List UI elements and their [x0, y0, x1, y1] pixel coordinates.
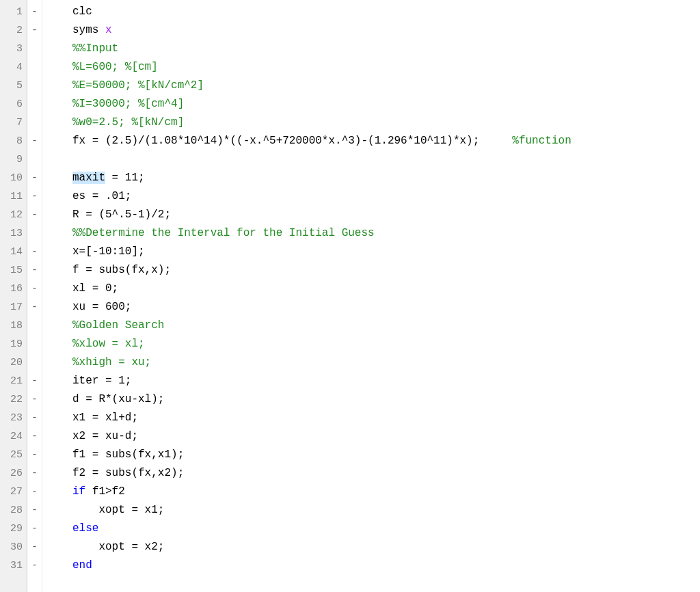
code-line[interactable]: xu = 600;: [72, 298, 700, 317]
code-line[interactable]: f = subs(fx,x);: [72, 261, 700, 280]
breakpoint-marker[interactable]: -: [27, 298, 42, 317]
fold-cell: [42, 3, 63, 21]
code-token: f1>f2: [85, 485, 125, 498]
fold-cell: [42, 501, 63, 520]
code-line[interactable]: x1 = xl+d;: [72, 409, 700, 427]
breakpoint-marker[interactable]: -: [27, 446, 42, 464]
breakpoint-marker[interactable]: [27, 113, 42, 132]
breakpoint-marker[interactable]: [27, 40, 42, 58]
code-line[interactable]: xopt = x2;: [72, 538, 700, 556]
line-number: 24: [0, 427, 27, 446]
line-number: 1: [0, 3, 27, 21]
code-line[interactable]: f1 = subs(fx,x1);: [72, 446, 700, 464]
breakpoint-marker[interactable]: -: [27, 206, 42, 224]
breakpoint-marker[interactable]: [27, 58, 42, 77]
code-line[interactable]: x=[-10:10];: [72, 243, 700, 261]
fold-cell: [42, 409, 63, 427]
code-line[interactable]: iter = 1;: [72, 372, 700, 390]
breakpoint-marker[interactable]: -: [27, 132, 42, 150]
code-line[interactable]: %%Input: [72, 40, 700, 58]
breakpoint-marker[interactable]: -: [27, 280, 42, 298]
breakpoint-marker[interactable]: -: [27, 409, 42, 427]
fold-cell: [42, 206, 63, 224]
fold-cell: [42, 372, 63, 390]
fold-cell: [42, 464, 63, 483]
code-token: %w0=2.5; %[kN/cm]: [72, 116, 184, 129]
code-token: fx = (2.5)/(1.08*10^14)*((-x.^5+720000*x…: [72, 135, 512, 147]
code-line[interactable]: [72, 150, 700, 169]
code-token: xu = 600;: [72, 301, 131, 313]
code-token: %L=600; %[cm]: [72, 61, 158, 73]
code-line[interactable]: d = R*(xu-xl);: [72, 390, 700, 409]
code-line[interactable]: maxit = 11;: [72, 169, 700, 187]
breakpoint-marker[interactable]: [27, 150, 42, 169]
breakpoint-marker[interactable]: -: [27, 3, 42, 21]
line-number: 29: [0, 520, 27, 538]
line-number: 17: [0, 298, 27, 317]
fold-cell: [42, 556, 63, 575]
fold-cell: [42, 298, 63, 317]
breakpoint-marker[interactable]: -: [27, 538, 42, 556]
code-line[interactable]: syms x: [72, 21, 700, 40]
code-editor-area[interactable]: clcsyms x%%Input%L=600; %[cm]%E=50000; %…: [63, 0, 700, 592]
breakpoint-marker[interactable]: -: [27, 261, 42, 280]
code-line[interactable]: if f1>f2: [72, 483, 700, 501]
line-number: 2: [0, 21, 27, 40]
line-number: 9: [0, 150, 27, 169]
code-line[interactable]: x2 = xu-d;: [72, 427, 700, 446]
code-line[interactable]: f2 = subs(fx,x2);: [72, 464, 700, 483]
breakpoint-marker[interactable]: [27, 95, 42, 113]
fold-cell: [42, 335, 63, 353]
code-line[interactable]: R = (5^.5-1)/2;: [72, 206, 700, 224]
breakpoint-marker[interactable]: -: [27, 21, 42, 40]
line-number: 3: [0, 40, 27, 58]
breakpoint-marker[interactable]: -: [27, 483, 42, 501]
breakpoint-marker[interactable]: [27, 317, 42, 335]
line-number: 16: [0, 280, 27, 298]
line-number: 7: [0, 113, 27, 132]
breakpoint-marker[interactable]: -: [27, 427, 42, 446]
breakpoint-column: ---------------------: [27, 0, 42, 592]
code-line[interactable]: end: [72, 556, 700, 575]
breakpoint-marker[interactable]: -: [27, 243, 42, 261]
code-line[interactable]: %w0=2.5; %[kN/cm]: [72, 113, 700, 132]
breakpoint-marker[interactable]: -: [27, 464, 42, 483]
code-line[interactable]: clc: [72, 3, 700, 21]
code-line[interactable]: %xhigh = xu;: [72, 353, 700, 372]
code-line[interactable]: else: [72, 520, 700, 538]
breakpoint-marker[interactable]: [27, 353, 42, 372]
line-number: 28: [0, 501, 27, 520]
code-token: R = (5^.5-1)/2;: [72, 208, 171, 221]
breakpoint-marker[interactable]: -: [27, 520, 42, 538]
code-line[interactable]: xopt = x1;: [72, 501, 700, 520]
code-token: x1 = xl+d;: [72, 412, 138, 424]
code-token: iter = 1;: [72, 375, 131, 387]
breakpoint-marker[interactable]: -: [27, 187, 42, 206]
breakpoint-marker[interactable]: -: [27, 556, 42, 575]
code-line[interactable]: %L=600; %[cm]: [72, 58, 700, 77]
breakpoint-marker[interactable]: -: [27, 169, 42, 187]
breakpoint-marker[interactable]: -: [27, 372, 42, 390]
line-number: 26: [0, 464, 27, 483]
line-number: 11: [0, 187, 27, 206]
breakpoint-marker[interactable]: -: [27, 501, 42, 520]
breakpoint-marker[interactable]: [27, 335, 42, 353]
code-line[interactable]: %%Determine the Interval for the Initial…: [72, 224, 700, 243]
code-line[interactable]: %xlow = xl;: [72, 335, 700, 353]
code-line[interactable]: %E=50000; %[kN/cm^2]: [72, 77, 700, 95]
line-number: 4: [0, 58, 27, 77]
code-token: x: [105, 24, 112, 36]
code-line[interactable]: fx = (2.5)/(1.08*10^14)*((-x.^5+720000*x…: [72, 132, 700, 150]
code-token: x=[-10:10];: [72, 245, 145, 258]
breakpoint-marker[interactable]: -: [27, 390, 42, 409]
breakpoint-marker[interactable]: [27, 224, 42, 243]
code-line[interactable]: es = .01;: [72, 187, 700, 206]
code-line[interactable]: %Golden Search: [72, 317, 700, 335]
fold-cell: [42, 261, 63, 280]
code-line[interactable]: xl = 0;: [72, 280, 700, 298]
breakpoint-marker[interactable]: [27, 77, 42, 95]
code-line[interactable]: %I=30000; %[cm^4]: [72, 95, 700, 113]
line-number: 5: [0, 77, 27, 95]
code-token: x2 = xu-d;: [72, 430, 138, 442]
code-token: if: [72, 485, 85, 498]
